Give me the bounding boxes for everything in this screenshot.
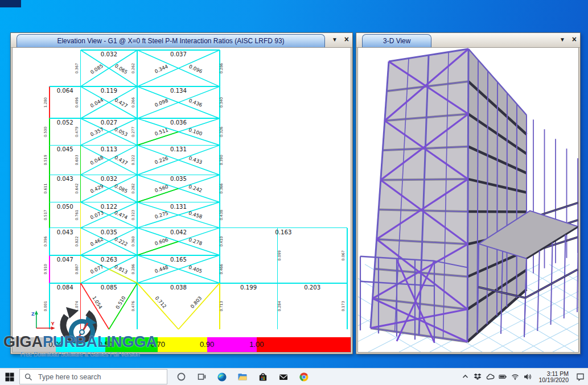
- elevation-titlebar[interactable]: Elevation View - G1 @ X=0 ft Steel P-M I…: [11, 33, 352, 48]
- brace-ratio-label: 0.048: [89, 155, 104, 166]
- beam-ratio-label: 0.045: [57, 146, 73, 152]
- wifi-icon[interactable]: [509, 369, 521, 385]
- tower: [371, 49, 527, 342]
- action-center-icon[interactable]: [572, 369, 588, 385]
- window-close-icon[interactable]: ×: [344, 35, 349, 44]
- clock[interactable]: 3:11 PM 10/19/2020: [538, 371, 569, 383]
- onedrive-icon[interactable]: [484, 369, 496, 385]
- brace-ratio-label: 0.053: [113, 126, 128, 138]
- column-ratio-label: 0.286: [219, 63, 224, 73]
- interaction-ratio-legend: 0.000.500.700.901.00: [13, 337, 351, 352]
- window-3d-view[interactable]: 3-D View ▼ ×: [356, 32, 581, 354]
- column-ratio-label: 1.074: [75, 301, 79, 311]
- windows-logo-icon: [5, 372, 14, 382]
- elevation-canvas[interactable]: 1.2800.5000.5190.6110.5170.3960.9100.001…: [13, 48, 351, 337]
- window-menu-icon[interactable]: ▼: [332, 36, 338, 43]
- beam-ratio-label: 0.043: [57, 229, 73, 235]
- window-elevation[interactable]: Elevation View - G1 @ X=0 ft Steel P-M I…: [10, 32, 353, 354]
- chrome-icon[interactable]: [294, 369, 314, 385]
- column-ratio-label: 0.603: [75, 155, 79, 165]
- start-button[interactable]: [0, 369, 19, 385]
- column-ratio-label: 0.262: [131, 63, 135, 73]
- brace-ratio-label: 0.462: [89, 236, 104, 247]
- brace-ratio-label: 0.405: [188, 264, 203, 274]
- brace-ratio-label: 1.054: [91, 295, 103, 310]
- column-ratio-label: 0.360: [131, 237, 135, 247]
- beam-ratio-label: 0.035: [170, 176, 187, 182]
- mail-icon[interactable]: [273, 369, 294, 385]
- beam-ratio-label: 0.085: [101, 284, 117, 291]
- column-ratio-label: 0.519: [43, 155, 48, 165]
- brace-ratio-label: 0.433: [188, 155, 203, 165]
- legend-label: 0.00: [48, 337, 63, 352]
- volume-icon[interactable]: [521, 369, 534, 385]
- column-ratio-label: 0.611: [43, 183, 48, 193]
- beam-ratio-label: 0.036: [170, 119, 187, 126]
- column-ratio-label: 0.286: [131, 264, 135, 274]
- column-ratio-label: 0.366: [219, 183, 224, 193]
- file-explorer-icon[interactable]: [232, 369, 253, 385]
- dropbox-icon[interactable]: [471, 369, 484, 385]
- column-ratio-label: 0.277: [131, 127, 135, 137]
- member-value-labels: 1.2800.5000.5190.6110.5170.3960.9100.001…: [43, 51, 346, 312]
- beam-ratio-label: 0.050: [57, 204, 73, 210]
- column-ratio-label: 0.496: [75, 97, 79, 107]
- beam-ratio-label: 0.052: [57, 119, 73, 126]
- brace-ratio-label: 0.474: [113, 209, 128, 220]
- column-ratio-label: 0.282: [131, 183, 135, 193]
- beam-ratio-label: 0.199: [240, 284, 257, 291]
- beam-ratio-label: 0.027: [101, 119, 117, 126]
- legend-segment: [105, 337, 158, 352]
- column-ratio-label: 0.390: [219, 155, 224, 165]
- column-ratio-label: 0.642: [75, 183, 79, 193]
- brace-ratio-label: 0.803: [190, 295, 203, 309]
- beam-ratio-label: 0.084: [57, 284, 73, 291]
- brace-ratio-label: 0.222: [113, 236, 128, 247]
- brace-ratio-label: 0.077: [89, 264, 104, 275]
- column-ratio-label: 0.396: [43, 237, 48, 247]
- tray-expand-icon[interactable]: [459, 369, 471, 385]
- legend-label: 0.70: [151, 337, 165, 352]
- column-ratio-label: 0.067: [341, 250, 346, 260]
- brace-ratio-label: 0.085: [113, 183, 128, 194]
- beam-ratio-label: 0.042: [170, 229, 187, 235]
- column-ratio-label: 0.822: [75, 237, 79, 247]
- task-view-icon[interactable]: [191, 369, 212, 385]
- elevation-title-tab[interactable]: Elevation View - G1 @ X=0 ft Steel P-M I…: [17, 34, 325, 47]
- beam-ratio-label: 0.263: [101, 256, 117, 263]
- column-ratio-label: 0.910: [43, 264, 48, 274]
- column-ratio-label: 0.410: [219, 237, 224, 247]
- search-icon: [24, 373, 32, 381]
- beam-ratio-label: 0.113: [101, 146, 117, 152]
- elevation-content[interactable]: 1.2800.5000.5190.6110.5170.3960.9100.001…: [12, 47, 351, 353]
- cortana-icon[interactable]: [171, 369, 191, 385]
- 3d-title: 3-D View: [383, 37, 410, 45]
- column-ratio-label: 0.367: [75, 63, 79, 73]
- 3d-title-tab[interactable]: 3-D View: [362, 34, 431, 47]
- 3d-titlebar[interactable]: 3-D View ▼ ×: [356, 33, 580, 48]
- beam-ratio-label: 0.037: [170, 51, 187, 57]
- brace-ratio-label: 0.813: [113, 264, 128, 275]
- window-close-icon[interactable]: ×: [572, 35, 577, 44]
- battery-icon[interactable]: [496, 369, 509, 385]
- beam-ratio-label: 0.131: [170, 204, 187, 210]
- brace-ratio-label: 0.448: [154, 264, 168, 274]
- column-ratio-label: 0.438: [219, 210, 224, 220]
- search-box[interactable]: [19, 369, 167, 384]
- beam-ratio-label: 0.035: [101, 229, 117, 235]
- brace-ratio-label: 0.344: [154, 64, 168, 74]
- store-icon[interactable]: [253, 369, 273, 385]
- edge-icon[interactable]: [212, 369, 232, 385]
- building-3d-canvas[interactable]: [358, 48, 578, 352]
- search-input[interactable]: [37, 372, 153, 382]
- column-ratio-label: 0.340: [219, 97, 224, 107]
- beam-ratio-label: 0.122: [101, 204, 117, 210]
- beam-ratio-label: 0.131: [170, 146, 187, 152]
- window-menu-icon[interactable]: ▼: [560, 36, 565, 43]
- 3d-content[interactable]: [357, 47, 579, 353]
- column-ratio-label: 0.326: [219, 127, 224, 137]
- column-ratio-label: 0.517: [43, 210, 48, 220]
- legend-label: 1.00: [249, 337, 264, 352]
- axis-y-label: Y: [51, 321, 55, 326]
- taskbar: 3:11 PM 10/19/2020: [0, 368, 588, 385]
